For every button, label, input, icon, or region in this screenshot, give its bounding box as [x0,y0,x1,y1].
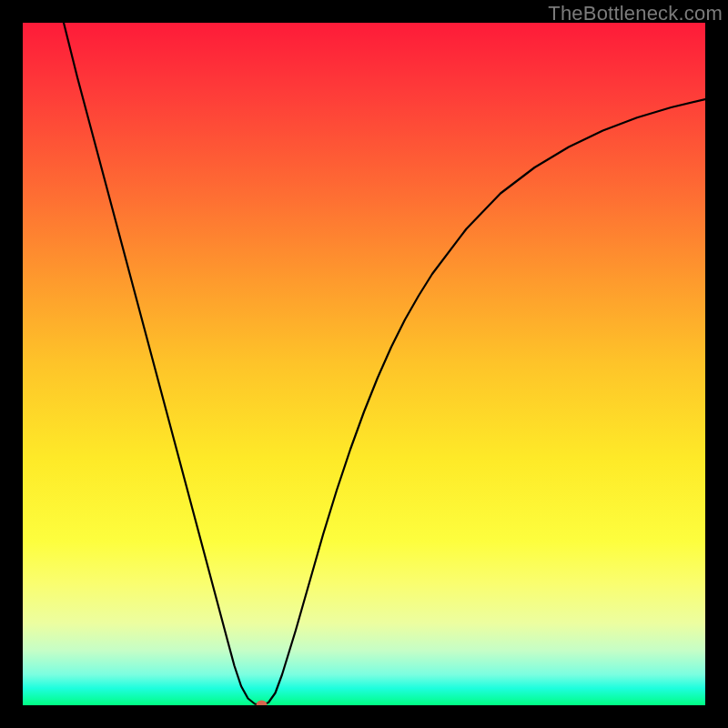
plot-area [23,23,705,705]
chart-frame: TheBottleneck.com [0,0,728,728]
curve-layer [23,23,705,705]
optimum-marker [257,701,268,706]
bottleneck-curve [64,23,705,705]
